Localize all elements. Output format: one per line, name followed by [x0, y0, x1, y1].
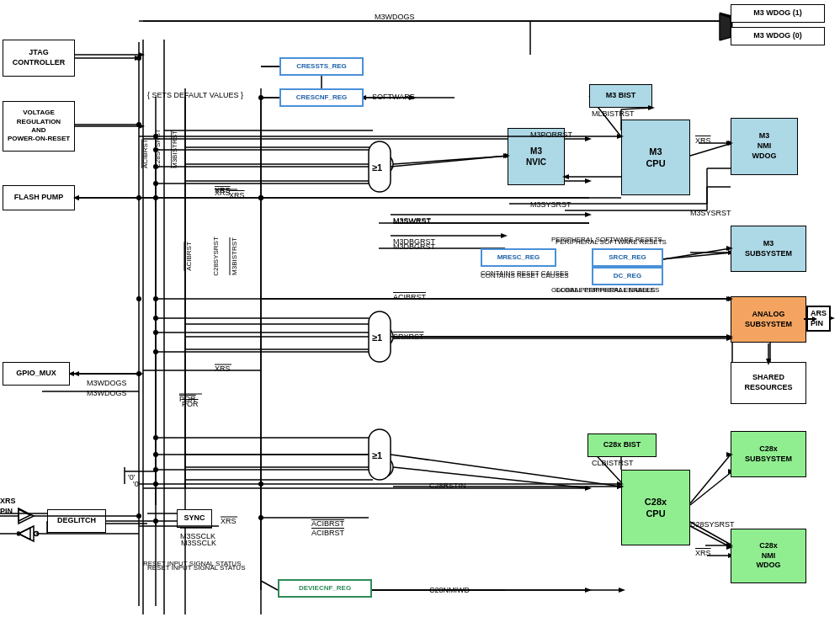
- svg-point-26: [373, 457, 393, 477]
- cressts-reg-label: CRESSTS_REG: [296, 62, 347, 71]
- m3-wdog1-box: M3 WDOG (1): [731, 4, 825, 23]
- svg-marker-84: [19, 509, 30, 521]
- m3-wdog0-label: M3 WDOG (0): [753, 31, 802, 41]
- svg-point-211: [153, 481, 158, 487]
- svg-point-144: [136, 56, 141, 61]
- svg-rect-158: [369, 429, 391, 480]
- xrs-c28nmi-label: XRS: [695, 549, 711, 557]
- svg-point-149: [153, 134, 158, 139]
- deviecnf-reg-label: DEVIECNF_REG: [299, 584, 351, 593]
- m3-nmi-wdog-box: M3NMIWDOG: [731, 118, 798, 175]
- c28x-nmi-wdog-box: C28xNMIWDOG: [731, 529, 806, 583]
- svg-point-188: [153, 316, 158, 321]
- svg-line-169: [391, 156, 508, 167]
- dc-reg-box: DC_REG: [592, 267, 663, 285]
- m3sysrst-label1: M3SYSRST: [530, 200, 572, 209]
- sets-default-label: { SETS DEFAULT VALUES }: [147, 91, 243, 99]
- svg-text:XRS: XRS: [215, 189, 231, 197]
- svg-point-177: [258, 195, 263, 200]
- svg-marker-183: [501, 233, 508, 238]
- shared-resources-box: SHAREDRESOURCES: [731, 362, 806, 404]
- clbistrst-label: CLBISTRST: [592, 459, 634, 467]
- gpio-mux-label: GPIO_MUX: [16, 369, 56, 379]
- svg-marker-9: [139, 52, 145, 57]
- mresc-reg-box: MRESC_REG: [481, 248, 556, 267]
- software-label: SOFTWARE: [372, 93, 415, 101]
- svg-text:ACIBRST: ACIBRST: [311, 519, 345, 528]
- svg-text:≥1: ≥1: [378, 460, 391, 473]
- svg-text:≥1: ≥1: [372, 162, 382, 173]
- m3-wdog1-label: M3 WDOG (1): [753, 8, 802, 19]
- m3swrst-label: M3SWRST: [393, 217, 431, 226]
- gpio-mux-box: GPIO_MUX: [3, 362, 70, 386]
- svg-point-208: [258, 515, 263, 520]
- svg-point-145: [136, 122, 141, 127]
- m3-wdog0-box: M3 WDOG (0): [731, 27, 825, 45]
- deglitch-label: DEGLITCH: [57, 516, 96, 526]
- svg-marker-230: [812, 316, 817, 322]
- voltage-reg-box: VOLTAGEREGULATIONANDPOWER-ON-RESET: [3, 101, 75, 152]
- svg-marker-180: [585, 212, 592, 217]
- svg-point-193: [153, 467, 158, 472]
- svg-point-147: [136, 296, 141, 301]
- m3-bist-box: M3 BIST: [589, 84, 652, 108]
- svg-point-192: [153, 452, 158, 457]
- reset-input-signal-label: RESET INPUT SIGNAL STATUS: [143, 560, 241, 567]
- deviecnf-reg-box: DEVIECNF_REG: [278, 579, 372, 598]
- c28rstin-label: C28RSTIN: [429, 481, 466, 490]
- svg-line-42: [393, 467, 589, 488]
- svg-text:C28SYSRST: C28SYSRST: [154, 129, 162, 168]
- xrs-bus-label1: XRS: [229, 191, 245, 199]
- flash-pump-box: FLASH PUMP: [3, 185, 75, 210]
- svg-marker-43: [585, 486, 592, 491]
- svg-marker-140: [619, 588, 625, 593]
- svg-point-186: [153, 164, 158, 169]
- svg-point-225: [136, 513, 141, 519]
- svg-point-176: [153, 195, 158, 200]
- acibrst-label1: ACIBRST: [393, 293, 426, 301]
- ars-pin-arrow: [804, 313, 821, 325]
- flash-pump-label: FLASH PUMP: [14, 193, 64, 203]
- c28x-bist-box: C28x BIST: [587, 433, 657, 457]
- deglitch-box: DEGLITCH: [47, 509, 106, 533]
- m3-bist-label: M3 BIST: [606, 91, 636, 101]
- m3wdogs-low-label: M3WDOGS: [87, 389, 127, 397]
- svg-rect-154: [369, 141, 391, 192]
- m3porrst-label: M3PORRST: [530, 130, 572, 139]
- svg-text:M3WDOGS: M3WDOGS: [87, 379, 127, 387]
- m3-cpu-box: M3CPU: [621, 120, 690, 195]
- m3-cpu-label: M3CPU: [646, 146, 665, 170]
- svg-text:≥1: ≥1: [372, 332, 382, 343]
- m3-nmi-wdog-label: M3NMIWDOG: [752, 131, 777, 161]
- svg-point-191: [153, 435, 158, 440]
- svg-point-146: [136, 195, 141, 200]
- c28nmiwd-label: C28NMIWD: [429, 586, 470, 594]
- svg-marker-47: [585, 178, 592, 184]
- svg-rect-156: [369, 311, 391, 362]
- c28x-cpu-box: C28xCPU: [621, 470, 690, 545]
- svg-line-198: [261, 581, 278, 590]
- c28x-cpu-label: C28xCPU: [645, 496, 667, 520]
- svg-text:M3BISTRST: M3BISTRST: [171, 130, 178, 168]
- acibrst-bus-label: ACIBRST: [185, 206, 193, 307]
- svg-marker-82: [585, 588, 592, 593]
- m3-subsystem-box: M3SUBSYSTEM: [731, 226, 806, 272]
- svg-marker-50: [585, 136, 592, 141]
- svg-point-200: [258, 195, 263, 200]
- crescnf-reg-box: CRESCNF_REG: [279, 88, 364, 107]
- block-diagram: ≥1 ≥1 ≥1: [0, 0, 840, 617]
- srxrst-label: SRXRST: [393, 332, 424, 341]
- jtag-controller-label: JTAG CONTROLLER: [3, 48, 74, 67]
- svg-marker-103: [720, 14, 731, 40]
- svg-text:≥1: ≥1: [372, 450, 382, 460]
- m3-subsystem-label: M3SUBSYSTEM: [745, 239, 792, 258]
- svg-point-150: [153, 296, 158, 301]
- xrs-buffer-right: [17, 508, 32, 524]
- analog-subsystem-box: ANALOGSUBSYSTEM: [731, 296, 806, 343]
- m3wdogs-top-label: M3WDOGS: [375, 13, 415, 21]
- svg-point-148: [136, 371, 141, 376]
- m3-nvic-label: M3NVIC: [526, 146, 546, 168]
- svg-marker-97: [73, 371, 79, 376]
- svg-point-24: [373, 154, 393, 174]
- m3dbgrst-label: M3DBGRST: [393, 242, 435, 251]
